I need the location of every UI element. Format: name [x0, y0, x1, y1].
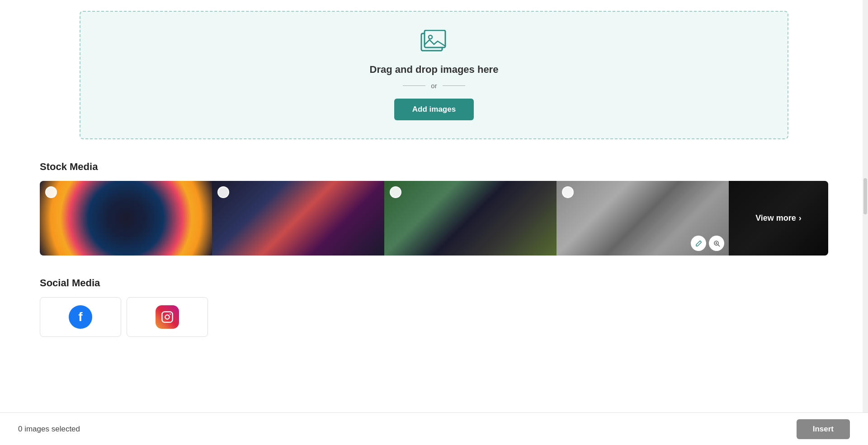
- view-more-label: View more: [755, 213, 796, 223]
- selection-circle-1[interactable]: [45, 186, 57, 198]
- add-images-button[interactable]: Add images: [394, 99, 474, 120]
- stock-media-item[interactable]: [40, 181, 212, 256]
- selection-circle-3[interactable]: [390, 186, 401, 198]
- divider-text: or: [431, 82, 437, 90]
- svg-point-9: [170, 313, 171, 315]
- zoom-icon-button[interactable]: [709, 236, 724, 251]
- stock-media-item[interactable]: [557, 181, 729, 256]
- stock-media-image-2: [212, 181, 384, 256]
- social-media-section: Social Media f: [0, 265, 868, 346]
- social-media-title: Social Media: [40, 277, 828, 289]
- upload-icon: [420, 30, 448, 57]
- stock-media-item[interactable]: [212, 181, 384, 256]
- upload-dropzone[interactable]: Drag and drop images here or Add images: [80, 11, 788, 139]
- stock-media-grid: View more ›: [40, 181, 828, 256]
- stock-media-title: Stock Media: [40, 161, 828, 173]
- footer-bar: 0 images selected Insert: [0, 412, 868, 445]
- stock-media-image-3: [384, 181, 557, 256]
- footer-spacer: [0, 346, 868, 391]
- scrollbar-track: [863, 0, 868, 445]
- instagram-card[interactable]: [127, 297, 208, 337]
- main-container: Drag and drop images here or Add images …: [0, 0, 868, 445]
- upload-section: Drag and drop images here or Add images: [0, 0, 868, 148]
- svg-point-8: [165, 315, 169, 319]
- stock-media-section: Stock Media: [0, 148, 868, 265]
- divider-left: [403, 85, 425, 86]
- view-more-chevron: ›: [799, 213, 802, 223]
- svg-rect-7: [162, 312, 172, 322]
- facebook-card[interactable]: f: [40, 297, 121, 337]
- stock-media-image-1: [40, 181, 212, 256]
- stock-media-view-more[interactable]: View more ›: [729, 181, 828, 256]
- upload-title: Drag and drop images here: [370, 64, 499, 76]
- edit-icon-button[interactable]: [691, 236, 706, 251]
- action-icons: [691, 236, 724, 251]
- images-selected-text: 0 images selected: [18, 425, 80, 434]
- stock-media-item[interactable]: [384, 181, 557, 256]
- selection-circle-2[interactable]: [217, 186, 229, 198]
- view-more-overlay[interactable]: View more ›: [729, 181, 828, 256]
- scrollbar-thumb[interactable]: [863, 178, 867, 214]
- instagram-icon: [156, 305, 179, 329]
- insert-button[interactable]: Insert: [797, 419, 850, 439]
- social-media-grid: f: [40, 297, 828, 337]
- divider-right: [443, 85, 465, 86]
- svg-line-4: [718, 245, 720, 246]
- svg-rect-1: [425, 30, 445, 47]
- facebook-icon: f: [69, 305, 92, 329]
- selection-circle-4[interactable]: [562, 186, 574, 198]
- divider-row: or: [403, 82, 465, 90]
